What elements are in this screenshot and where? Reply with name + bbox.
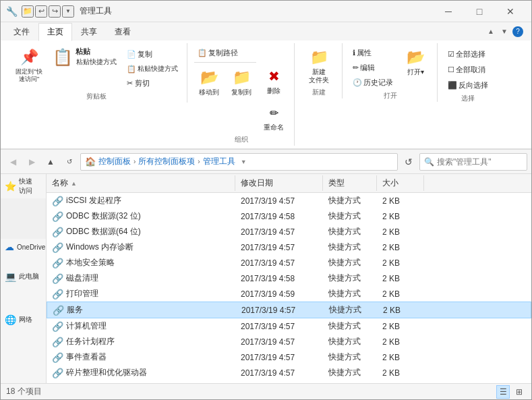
file-date: 2017/3/19 4:58: [235, 211, 323, 222]
file-row[interactable]: 🔗 系统配置 2017/3/19 4:57 快捷方式 2 KB: [47, 380, 531, 383]
paste-shortcut-button[interactable]: 粘贴快捷方式: [76, 57, 117, 67]
file-type: 快捷方式: [323, 210, 377, 223]
move-to-button[interactable]: 📂 移动到: [194, 65, 224, 98]
file-row[interactable]: 🔗 Windows 内存诊断 2017/3/19 4:57 快捷方式 2 KB: [47, 239, 531, 255]
file-date: 2017/3/19 4:57: [235, 196, 323, 206]
file-type: 快捷方式: [323, 256, 377, 269]
window-icon: 🔧: [6, 6, 18, 17]
invert-selection-button[interactable]: ⬛ 反向选择: [444, 78, 492, 92]
qat-new-folder[interactable]: 📁: [22, 5, 34, 18]
file-row[interactable]: 🔗 ODBC 数据源(64 位) 2017/3/19 4:57 快捷方式 2 K…: [47, 224, 531, 239]
open-button[interactable]: 📂 打开▾: [399, 45, 432, 78]
file-icon: 🔗: [52, 211, 63, 222]
newfolder-icon: 📁: [308, 47, 330, 68]
search-input[interactable]: [437, 157, 523, 167]
delete-button[interactable]: ✖ 删除: [259, 63, 289, 97]
ribbon-scroll-down[interactable]: ▼: [499, 26, 510, 37]
col-date[interactable]: 修改日期: [235, 175, 323, 191]
pin-to-quickaccess-button[interactable]: 📌 固定到"快 速访问": [11, 45, 47, 85]
sidebar-item-thispc[interactable]: 💻 此电脑: [1, 268, 46, 285]
col-type[interactable]: 类型: [323, 175, 377, 191]
file-name: iSCSI 发起程序: [66, 195, 121, 206]
new-folder-button[interactable]: 📁 新建 文件夹: [301, 45, 336, 86]
ribbon-scroll-up[interactable]: ▲: [485, 26, 496, 37]
file-row[interactable]: 🔗 服务 2017/3/19 4:57 快捷方式 2 KB: [47, 302, 531, 318]
file-size: 2 KB: [377, 211, 424, 222]
maximize-button[interactable]: □: [464, 1, 495, 22]
breadcrumb-all[interactable]: 所有控制面板项: [138, 156, 195, 167]
sidebar-item-onedrive[interactable]: ☁ OneDrive: [1, 239, 46, 255]
sidebar-item-quickaccess[interactable]: ⭐ 快速访问: [1, 174, 46, 198]
tab-view[interactable]: 查看: [106, 23, 140, 41]
ribbon-tab-bar: 文件 主页 共享 查看 ▲ ▼ ?: [1, 22, 531, 40]
properties-button[interactable]: ℹ 属性: [349, 46, 396, 60]
file-type: 快捷方式: [323, 382, 377, 383]
copypath-icon: 📋: [127, 65, 136, 74]
detail-view-button[interactable]: ☰: [496, 385, 510, 399]
file-row[interactable]: 🔗 事件查看器 2017/3/19 4:57 快捷方式 2 KB: [47, 349, 531, 365]
search-icon: 🔍: [424, 157, 434, 167]
address-folder-icon: 🏠: [85, 156, 96, 167]
moveto-icon: 📂: [198, 67, 220, 88]
sidebar-item-network[interactable]: 🌐 网络: [1, 312, 46, 328]
file-row[interactable]: 🔗 碎片整理和优化驱动器 2017/3/19 4:57 快捷方式 2 KB: [47, 365, 531, 380]
file-header[interactable]: 名称 ▲ 修改日期 类型 大小: [47, 174, 531, 193]
file-type: 快捷方式: [324, 304, 378, 316]
tab-home[interactable]: 主页: [38, 23, 72, 41]
tab-share[interactable]: 共享: [72, 23, 106, 41]
refresh-addr-button[interactable]: ↺: [401, 154, 417, 170]
copy-to-button[interactable]: 📁 复制到: [227, 65, 256, 98]
qat-undo[interactable]: ↩: [35, 5, 47, 18]
tab-file[interactable]: 文件: [5, 23, 38, 41]
file-row[interactable]: 🔗 任务计划程序 2017/3/19 4:57 快捷方式 2 KB: [47, 334, 531, 349]
copy-path-button[interactable]: 📋 粘贴快捷方式: [123, 62, 181, 76]
file-row[interactable]: 🔗 iSCSI 发起程序 2017/3/19 4:57 快捷方式 2 KB: [47, 193, 531, 208]
pin-icon: 📌: [18, 47, 40, 68]
file-date: 2017/3/19 4:58: [235, 273, 323, 284]
file-row[interactable]: 🔗 计算机管理 2017/3/19 4:57 快捷方式 2 KB: [47, 318, 531, 334]
select-label: 选择: [461, 94, 475, 105]
back-button[interactable]: ◀: [5, 154, 21, 170]
file-row[interactable]: 🔗 本地安全策略 2017/3/19 4:57 快捷方式 2 KB: [47, 255, 531, 270]
col-name[interactable]: 名称 ▲: [47, 175, 235, 191]
file-row[interactable]: 🔗 ODBC 数据源(32 位) 2017/3/19 4:58 快捷方式 2 K…: [47, 208, 531, 224]
col-size[interactable]: 大小: [377, 175, 424, 191]
breadcrumb-controlpanel[interactable]: 控制面板: [98, 156, 131, 167]
file-type: 快捷方式: [323, 241, 377, 254]
select-none-button[interactable]: ☐ 全部取消: [444, 63, 492, 77]
history-icon: 🕐: [353, 78, 362, 87]
file-name: ODBC 数据源(32 位): [66, 210, 141, 222]
up-button[interactable]: ▲: [42, 154, 59, 170]
file-type: 快捷方式: [323, 287, 377, 300]
file-size: 2 KB: [377, 258, 424, 268]
refresh-button[interactable]: ↺: [61, 154, 78, 170]
props-icon: ℹ: [353, 49, 355, 57]
qat-redo[interactable]: ↪: [49, 5, 61, 18]
clipboard-label: 剪贴板: [86, 92, 107, 103]
paste-button[interactable]: 📋 粘贴 粘贴快捷方式: [49, 45, 121, 69]
file-name: 系统配置: [66, 382, 98, 383]
file-row[interactable]: 🔗 磁盘清理 2017/3/19 4:58 快捷方式 2 KB: [47, 270, 531, 286]
file-row[interactable]: 🔗 打印管理 2017/3/19 4:59 快捷方式 2 KB: [47, 286, 531, 302]
breadcrumb-current[interactable]: 管理工具: [203, 156, 235, 167]
edit-button[interactable]: ✏ 编辑: [349, 61, 396, 75]
close-button[interactable]: ✕: [495, 1, 526, 22]
address-bar[interactable]: 🏠 控制面板 › 所有控制面板项 › 管理工具 ▼: [80, 153, 398, 171]
history-button[interactable]: 🕐 历史记录: [349, 76, 396, 90]
select-buttons: ☑ 全部选择 ☐ 全部取消 ⬛ 反向选择: [444, 43, 492, 94]
cut-button[interactable]: ✂ 剪切: [123, 76, 181, 90]
window-title: 管理工具: [80, 5, 433, 17]
organize-buttons: 📋 复制路径 📂 移动到 📁 复制到: [194, 43, 289, 135]
copy-button[interactable]: 📄 复制: [123, 47, 181, 61]
help-button[interactable]: ?: [512, 26, 523, 37]
search-bar[interactable]: 🔍: [419, 153, 527, 171]
file-area: 名称 ▲ 修改日期 类型 大小 🔗 iSCSI 发起程序 2017/3/19 4…: [47, 174, 531, 383]
minimize-button[interactable]: ─: [433, 1, 464, 22]
file-type: 快捷方式: [323, 320, 377, 333]
copy-path-btn[interactable]: 📋 复制路径: [194, 46, 256, 60]
forward-button[interactable]: ▶: [24, 154, 40, 170]
select-all-button[interactable]: ☑ 全部选择: [444, 47, 492, 61]
qat-dropdown[interactable]: ▼: [62, 5, 74, 18]
rename-button[interactable]: ✏ 重命名: [259, 100, 289, 134]
tile-view-button[interactable]: ⊞: [512, 385, 526, 399]
